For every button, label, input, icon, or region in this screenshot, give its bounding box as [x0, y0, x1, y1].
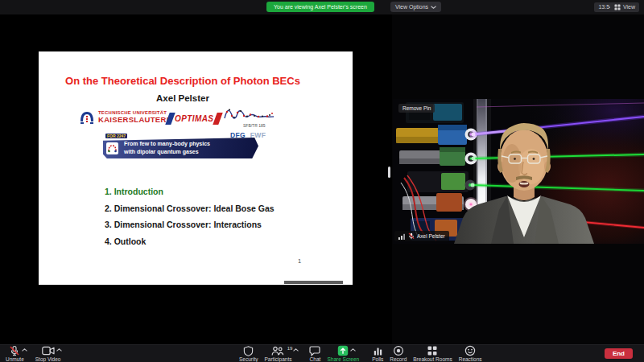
- slide-outline: 1. Introduction 2. Dimensional Crossover…: [105, 183, 275, 249]
- outline-item-3: 3. Dimensional Crossover: Interactions: [105, 216, 275, 233]
- layout-grid-icon: [614, 4, 621, 10]
- chevron-down-icon: [431, 6, 436, 9]
- shared-screen-area: On the Theoretical Description of Photon…: [0, 14, 392, 344]
- polls-label: Polls: [372, 356, 383, 362]
- stop-video-button[interactable]: Stop Video: [35, 346, 61, 362]
- end-meeting-button[interactable]: End: [605, 348, 633, 359]
- zoom-meeting-window: You are viewing Axel Pelster's screen Vi…: [0, 0, 644, 362]
- unmute-label: Unmute: [6, 356, 24, 362]
- participant-name-tag: Axel Pelster: [394, 231, 449, 241]
- panel-resize-handle[interactable]: [388, 167, 390, 178]
- optimas-logo: OPTIMAS: [167, 113, 221, 125]
- for2247-banner-line2: with dipolar quantum gases: [124, 148, 210, 156]
- unmute-button[interactable]: Unmute: [6, 346, 24, 362]
- optimas-blue-band: [165, 113, 175, 125]
- unmute-options-caret[interactable]: [22, 348, 27, 352]
- participants-icon: [271, 346, 284, 356]
- breakout-rooms-icon: [427, 345, 438, 356]
- record-icon: [393, 345, 404, 356]
- reactions-smiley-icon: [464, 345, 476, 356]
- security-label: Security: [239, 356, 258, 362]
- remove-pin-button[interactable]: Remove Pin: [398, 104, 435, 113]
- view-button-label: View: [623, 2, 635, 12]
- stop-video-label: Stop Video: [35, 356, 61, 362]
- for2247-logo: [106, 142, 118, 154]
- top-bar: You are viewing Axel Pelster's screen Vi…: [0, 0, 644, 14]
- record-label: Record: [390, 356, 407, 362]
- screen-share-banner: You are viewing Axel Pelster's screen: [266, 2, 374, 12]
- mic-muted-icon: [408, 232, 415, 240]
- view-options-label: View Options: [395, 2, 428, 12]
- breakout-rooms-button[interactable]: Breakout Rooms: [413, 346, 452, 362]
- video-options-caret[interactable]: [56, 348, 62, 352]
- breakout-rooms-label: Breakout Rooms: [413, 356, 452, 362]
- record-button[interactable]: Record: [390, 346, 407, 362]
- participants-options-caret[interactable]: [293, 348, 299, 352]
- tu-kaiserslautern-logo: TECHNISCHE UNIVERSITÄT KAISERSLAUTERN: [79, 109, 172, 125]
- meeting-toolbar: Unmute Stop Video: [0, 344, 644, 362]
- chat-button[interactable]: Chat: [309, 346, 320, 362]
- for2247-banner: From few to many-body physics with dipol…: [103, 138, 258, 158]
- optimas-label: OPTIMAS: [175, 114, 213, 123]
- chat-label: Chat: [310, 356, 321, 362]
- share-screen-icon: [337, 345, 349, 356]
- view-options-button[interactable]: View Options: [390, 2, 441, 12]
- share-screen-button[interactable]: Share Screen: [327, 346, 359, 362]
- outline-item-4: 4. Outlook: [105, 233, 275, 250]
- tu-logo-line2: KAISERSLAUTERN: [98, 116, 172, 124]
- pinned-video-tile[interactable]: Remove Pin Axel Pelster: [393, 99, 644, 244]
- chat-icon: [309, 346, 320, 356]
- sfb-label: SFB/TR 185: [243, 123, 266, 128]
- reactions-button[interactable]: Reactions: [459, 346, 482, 362]
- for2247-banner-line1: From few to many-body physics: [124, 140, 210, 148]
- participants-label: Participants: [264, 356, 291, 362]
- outline-item-2: 2. Dimensional Crossover: Ideal Bose Gas: [105, 200, 275, 217]
- for2247-icon: [106, 142, 118, 154]
- polls-button[interactable]: Polls: [372, 346, 383, 362]
- mic-muted-icon: [9, 345, 20, 356]
- participant-name: Axel Pelster: [417, 233, 445, 239]
- share-screen-label: Share Screen: [327, 356, 359, 362]
- reactions-label: Reactions: [459, 356, 482, 362]
- polls-icon: [373, 346, 383, 356]
- slide-author: Axel Pelster: [39, 93, 327, 103]
- signal-strength-icon: [398, 233, 406, 240]
- for2247-tag: FOR 2247: [105, 134, 127, 138]
- share-options-caret[interactable]: [350, 348, 356, 352]
- slide-page-number: 1: [298, 257, 301, 265]
- shield-icon: [243, 346, 254, 356]
- presentation-slide: On the Theoretical Description of Photon…: [39, 51, 353, 285]
- tu-kaiserslautern-icon: [79, 109, 95, 125]
- security-button[interactable]: Security: [239, 346, 258, 362]
- camera-icon: [42, 346, 55, 356]
- slide-scrollbar[interactable]: [284, 281, 343, 284]
- slide-title: On the Theoretical Description of Photon…: [39, 75, 327, 87]
- view-button[interactable]: View: [610, 2, 639, 12]
- outline-item-1: 1. Introduction: [105, 183, 275, 200]
- participants-count-badge: 19: [287, 346, 293, 351]
- speaker-video-feed: [393, 99, 644, 244]
- participants-button[interactable]: 19 Participants: [264, 346, 291, 362]
